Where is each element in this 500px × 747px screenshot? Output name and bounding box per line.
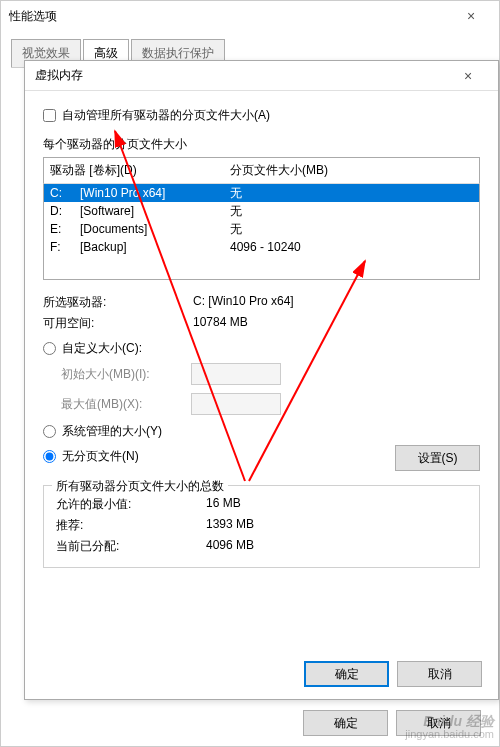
inner-ok-button[interactable]: 确定: [304, 661, 389, 687]
outer-button-row: 确定 取消: [303, 710, 481, 736]
virtual-memory-dialog: 虚拟内存 × 自动管理所有驱动器的分页文件大小(A) 每个驱动器的分页文件大小 …: [24, 60, 499, 700]
system-managed-label: 系统管理的大小(Y): [62, 423, 162, 440]
outer-title: 性能选项: [9, 8, 57, 25]
auto-manage-checkbox[interactable]: [43, 109, 56, 122]
selected-drive-label: 所选驱动器:: [43, 294, 193, 311]
system-managed-radio[interactable]: [43, 425, 56, 438]
total-group-title: 所有驱动器分页文件大小的总数: [52, 478, 228, 495]
inner-cancel-button[interactable]: 取消: [397, 661, 482, 687]
outer-titlebar: 性能选项 ×: [1, 1, 499, 31]
drive-row-e[interactable]: E: [Documents] 无: [44, 220, 479, 238]
close-icon[interactable]: ×: [451, 8, 491, 24]
custom-size-radio[interactable]: [43, 342, 56, 355]
col-size-header[interactable]: 分页文件大小(MB): [230, 162, 473, 179]
max-size-input: [191, 393, 281, 415]
inner-titlebar: 虚拟内存 ×: [25, 61, 498, 91]
drive-list-header: 驱动器 [卷标](D) 分页文件大小(MB): [43, 157, 480, 184]
drive-row-f[interactable]: F: [Backup] 4096 - 10240: [44, 238, 479, 256]
initial-size-input: [191, 363, 281, 385]
drive-row-d[interactable]: D: [Software] 无: [44, 202, 479, 220]
set-button[interactable]: 设置(S): [395, 445, 480, 471]
outer-cancel-button[interactable]: 取消: [396, 710, 481, 736]
custom-size-label: 自定义大小(C):: [62, 340, 142, 357]
initial-size-label: 初始大小(MB)(I):: [61, 366, 191, 383]
allocated-value: 4096 MB: [206, 538, 467, 555]
available-space-value: 10784 MB: [193, 315, 480, 332]
allocated-label: 当前已分配:: [56, 538, 206, 555]
recommended-label: 推荐:: [56, 517, 206, 534]
available-space-label: 可用空间:: [43, 315, 193, 332]
inner-title: 虚拟内存: [35, 67, 83, 84]
per-drive-label: 每个驱动器的分页文件大小: [43, 136, 480, 153]
selected-drive-value: C: [Win10 Pro x64]: [193, 294, 480, 311]
total-group: 所有驱动器分页文件大小的总数 允许的最小值: 16 MB 推荐: 1393 MB…: [43, 485, 480, 568]
no-paging-radio[interactable]: [43, 450, 56, 463]
auto-manage-row: 自动管理所有驱动器的分页文件大小(A): [43, 107, 480, 124]
no-paging-label: 无分页文件(N): [62, 448, 139, 465]
col-drive-header[interactable]: 驱动器 [卷标](D): [50, 162, 230, 179]
min-allowed-label: 允许的最小值:: [56, 496, 206, 513]
inner-close-icon[interactable]: ×: [448, 68, 488, 84]
auto-manage-label: 自动管理所有驱动器的分页文件大小(A): [62, 107, 270, 124]
max-size-label: 最大值(MB)(X):: [61, 396, 191, 413]
drive-row-c[interactable]: C: [Win10 Pro x64] 无: [44, 184, 479, 202]
outer-ok-button[interactable]: 确定: [303, 710, 388, 736]
recommended-value: 1393 MB: [206, 517, 467, 534]
inner-button-row: 确定 取消: [304, 661, 482, 687]
min-allowed-value: 16 MB: [206, 496, 467, 513]
drive-list[interactable]: C: [Win10 Pro x64] 无 D: [Software] 无 E: …: [43, 184, 480, 280]
